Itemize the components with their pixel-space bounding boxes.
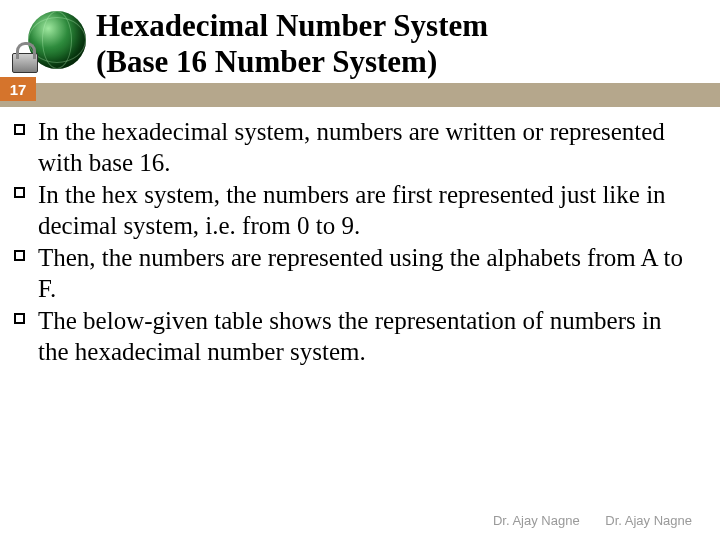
footer-author: Dr. Ajay Nagne [605, 513, 692, 528]
bullet-text: In the hex system, the numbers are first… [38, 181, 666, 239]
square-bullet-icon [14, 124, 25, 135]
square-bullet-icon [14, 187, 25, 198]
page-number-badge: 17 [0, 77, 36, 101]
slide-title: Hexadecimal Number System (Base 16 Numbe… [96, 8, 488, 79]
title-line-1: Hexadecimal Number System [96, 8, 488, 44]
bullet-item: In the hex system, the numbers are first… [38, 180, 698, 241]
square-bullet-icon [14, 313, 25, 324]
bullet-item: Then, the numbers are represented using … [38, 243, 698, 304]
globe-lock-icon [8, 9, 96, 79]
slide-content: In the hexadecimal system, numbers are w… [0, 107, 720, 367]
bullet-item: In the hexadecimal system, numbers are w… [38, 117, 698, 178]
accent-band: 17 [0, 83, 720, 107]
bullet-item: The below-given table shows the represen… [38, 306, 698, 367]
slide-footer: Dr. Ajay Nagne Dr. Ajay Nagne [471, 513, 692, 528]
bullet-text: The below-given table shows the represen… [38, 307, 661, 365]
slide-header: Hexadecimal Number System (Base 16 Numbe… [0, 0, 720, 81]
bullet-text: Then, the numbers are represented using … [38, 244, 683, 302]
footer-author: Dr. Ajay Nagne [493, 513, 580, 528]
bullet-text: In the hexadecimal system, numbers are w… [38, 118, 665, 176]
title-line-2: (Base 16 Number System) [96, 44, 488, 80]
square-bullet-icon [14, 250, 25, 261]
